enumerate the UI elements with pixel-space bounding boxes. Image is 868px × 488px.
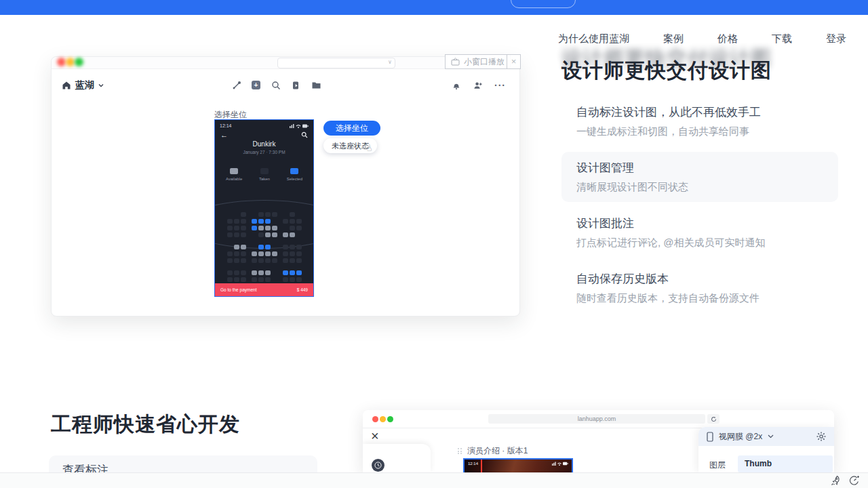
chevron-down-icon (98, 83, 104, 87)
gauge-icon[interactable] (849, 475, 860, 486)
layer-name-field[interactable]: Thumb (738, 455, 833, 472)
state-pill-selected[interactable]: 选择坐位 (323, 121, 380, 136)
inspect-panel-header: 视网膜 @2x (698, 427, 834, 446)
feature-desc: 打点标记进行评论, @相关成员可实时通知 (576, 237, 823, 249)
nav-cases[interactable]: 案例 (663, 33, 684, 45)
status-icons (290, 123, 309, 128)
feature-item-history-versions[interactable]: 自动保存历史版本 随时查看历史版本，支持自动备份源文件 (561, 263, 838, 313)
drag-handle-icon[interactable] (458, 447, 462, 455)
movie-datetime: January 27 · 7:30 PM (215, 150, 313, 155)
feature-title: 设计图批注 (576, 216, 823, 231)
taken-seat-swatch (260, 168, 269, 174)
legend-available: Available (226, 168, 242, 181)
seat-legend: Available Taken Selected (215, 168, 313, 181)
toolbar-center-icons: + (231, 80, 321, 90)
phone-artboard: 12:14 ← Dunkirk January 27 · 7:30 PM Ava… (214, 119, 314, 297)
legend-selected: Selected (287, 168, 302, 181)
top-nav: 为什么使用蓝湖 案例 价格 下载 登录 (558, 33, 846, 45)
code-browser-window: lanhuapp.com × 演员介绍 · 版本1 12:14 视网膜 @2x (363, 410, 834, 472)
url-bar: lanhuapp.com (488, 414, 705, 424)
top-banner (0, 0, 868, 15)
search-icon[interactable] (271, 80, 281, 90)
traffic-light-close-icon (57, 58, 66, 66)
pip-close-button[interactable]: × (507, 54, 521, 69)
phone-icon (707, 432, 713, 442)
phone-status-bar: 12:14 (215, 120, 313, 128)
status-icons (552, 461, 568, 466)
feature-desc: 一键生成标注和切图，自动共享给同事 (576, 125, 823, 138)
engineer-section-title: 工程师快速省心开发 (51, 411, 240, 439)
brand-label: 蓝湖 (75, 79, 94, 92)
toolbar-right-icons: ··· (451, 80, 506, 91)
design-thumbnail[interactable]: 12:14 (463, 458, 573, 472)
refresh-icon[interactable] (707, 414, 719, 424)
home-icon (62, 81, 71, 90)
pen-icon[interactable] (231, 80, 241, 90)
traffic-light-zoom-icon (75, 58, 83, 66)
design-title-row: 演员介绍 · 版本1 (458, 445, 528, 457)
chevron-down-icon: ∨ (388, 60, 393, 64)
feature-title: 自动保存历史版本 (576, 271, 823, 287)
movie-title: Dunkirk (215, 140, 313, 148)
add-icon[interactable]: + (252, 81, 260, 89)
traffic-light-close-icon (372, 416, 378, 422)
inspect-panel: 视网膜 @2x 图层 Thumb (698, 427, 834, 472)
close-icon[interactable]: × (371, 429, 379, 443)
feature-item-design-management[interactable]: 设计图管理 清晰展现设计图不同状态 (561, 152, 838, 202)
legend-label: Taken (259, 177, 270, 181)
feature-item-auto-annotation[interactable]: 自动标注设计图，从此不再低效手工 一键生成标注和切图，自动共享给同事 (561, 96, 838, 146)
feature-title: 设计图管理 (576, 160, 823, 176)
nav-download[interactable]: 下载 (772, 33, 792, 45)
traffic-light-minimize-icon (380, 416, 386, 422)
folder-icon[interactable] (311, 80, 321, 90)
payment-amount: $ 449 (297, 287, 308, 292)
url-bar (277, 58, 395, 68)
tv-icon (451, 58, 460, 66)
more-icon[interactable]: ··· (494, 80, 506, 91)
phone-nav-bar: ← (215, 128, 313, 139)
legend-label: Selected (287, 177, 302, 181)
selected-seat-swatch (290, 168, 298, 174)
browser-chrome: lanhuapp.com (363, 410, 834, 428)
banner-button[interactable] (511, 0, 576, 8)
design-title: 演员介绍 · 版本1 (467, 445, 528, 457)
hero-title: 设计师更快交付设计图 (561, 57, 846, 85)
feature-title: 自动标注设计图，从此不再低效手工 (576, 104, 823, 120)
phone-time: 12:14 (220, 123, 232, 128)
landing-page: 为什么使用蓝湖 案例 价格 下载 登录 设计师更快交付设计图 设计师更快交付设计… (0, 0, 868, 488)
feature-list: 自动标注设计图，从此不再低效手工 一键生成标注和切图，自动共享给同事 设计图管理… (561, 96, 838, 319)
available-seat-swatch (230, 168, 238, 174)
history-panel (363, 444, 431, 472)
payment-label: Go to the payment (220, 287, 256, 292)
bell-icon[interactable] (451, 81, 461, 91)
chevron-down-icon[interactable] (768, 434, 774, 439)
history-clock-icon[interactable] (372, 459, 384, 472)
pip-play-button[interactable]: 小窗口播放 (445, 54, 511, 69)
nav-why-lanhu[interactable]: 为什么使用蓝湖 (558, 33, 629, 45)
payment-bar: Go to the payment $ 449 (215, 283, 313, 296)
density-selector[interactable]: 视网膜 @2x (719, 431, 762, 443)
traffic-light-zoom-icon (387, 416, 393, 422)
rocket-icon[interactable] (830, 475, 841, 486)
app-brand[interactable]: 蓝湖 (62, 79, 104, 92)
legend-label: Available (226, 177, 242, 181)
seat-grid (215, 212, 313, 284)
invite-member-icon[interactable] (473, 81, 483, 91)
gear-icon[interactable] (816, 432, 826, 441)
traffic-light-minimize-icon (66, 58, 75, 66)
demo-browser-window: ∨ 小窗口播放 × 蓝湖 + ··· (51, 56, 520, 317)
prototype-icon[interactable] (291, 80, 301, 90)
feature-desc: 清晰展现设计图不同状态 (576, 181, 823, 194)
nav-pricing[interactable]: 价格 (717, 33, 738, 45)
layer-label: 图层 (709, 460, 726, 471)
nav-login[interactable]: 登录 (826, 33, 846, 45)
feature-desc: 随时查看历史版本，支持自动备份源文件 (576, 292, 823, 305)
feature-item-design-comments[interactable]: 设计图批注 打点标记进行评论, @相关成员可实时通知 (561, 207, 838, 258)
back-icon: ← (220, 131, 228, 139)
legend-taken: Taken (259, 168, 270, 181)
app-toolbar: 蓝湖 + ··· (52, 77, 519, 96)
thumb-time: 12:14 (468, 462, 478, 466)
pip-label: 小窗口播放 (464, 56, 505, 68)
bottom-strip (0, 472, 868, 488)
search-icon (301, 131, 308, 138)
